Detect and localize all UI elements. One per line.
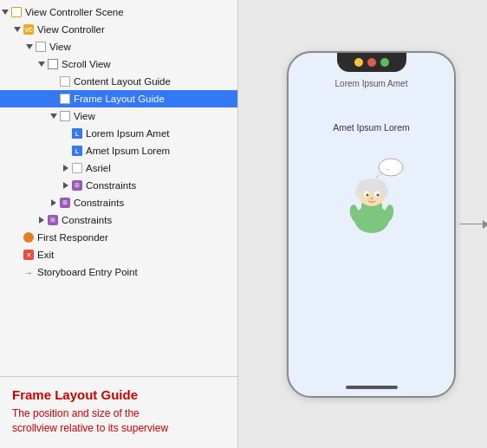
arrow-line [460, 224, 483, 225]
svg-text:...: ... [386, 166, 390, 171]
info-description: The position and size of thescrollview r… [12, 406, 225, 436]
tree-label-storyboard: Storyboard Entry Point [37, 267, 138, 277]
traffic-light-green[interactable] [380, 58, 389, 67]
tree-label-scroll-view: Scroll View [62, 59, 111, 69]
constraints-icon-constraints1: ⊞ [71, 179, 83, 192]
right-panel: Lorem Ipsum Amet Amet Ipsum Lorem ... [238, 0, 487, 448]
phone-text-top: Lorem Ipsum Amet [289, 79, 454, 88]
tree-label-vc: View Controller [37, 24, 105, 35]
tree-label-asriel: Asriel [86, 163, 111, 173]
character-svg: ... [337, 157, 406, 239]
tree-item-constraints1[interactable]: ⊞Constraints [0, 177, 237, 194]
constraints-icon-constraints3: ⊞ [47, 214, 59, 226]
phone-container: Lorem Ipsum Amet Amet Ipsum Lorem ... [287, 51, 456, 398]
tree-label-constraints3: Constraints [62, 215, 112, 225]
view-icon-view [35, 41, 47, 53]
arrow-head [483, 220, 487, 229]
constraints-icon-constraints2: ⊞ [59, 197, 71, 209]
tree-label-constraints2: Constraints [74, 198, 124, 208]
tree-label-first-responder: First Responder [37, 232, 108, 243]
disclosure-asriel[interactable] [61, 163, 71, 173]
disclosure-view[interactable] [24, 42, 35, 52]
disclosure-vc[interactable] [12, 24, 23, 35]
responder-icon-first-responder [23, 231, 35, 243]
svg-point-12 [376, 193, 379, 196]
info-title: Frame Layout Guide [12, 387, 225, 402]
tree-item-vc[interactable]: VCView Controller [0, 21, 237, 38]
phone-character: ... [337, 157, 406, 235]
guide-icon-frame-layout [59, 93, 71, 105]
scene-icon-vc-scene [10, 6, 23, 18]
tree-section: View Controller SceneVCView ControllerVi… [0, 0, 237, 376]
tree-label-frame-layout: Frame Layout Guide [74, 94, 165, 104]
disclosure-constraints1[interactable] [61, 180, 71, 191]
tree-item-exit[interactable]: ✕Exit [0, 246, 237, 263]
traffic-light-red[interactable] [367, 58, 376, 67]
tree-label-constraints1: Constraints [86, 180, 136, 191]
arrow-connector [460, 220, 487, 229]
vc-icon-vc: VC [23, 23, 35, 36]
svg-point-13 [370, 198, 373, 199]
guide-icon-content-layout [59, 75, 71, 88]
disclosure-first-responder [12, 232, 23, 243]
disclosure-constraints2[interactable] [49, 198, 59, 208]
svg-point-8 [381, 185, 388, 198]
tree-item-lorem1[interactable]: LLorem Ipsum Amet [0, 125, 237, 142]
disclosure-vc-scene[interactable] [0, 7, 10, 17]
tree-label-exit: Exit [37, 250, 54, 260]
tree-item-storyboard[interactable]: →Storyboard Entry Point [0, 263, 237, 281]
tree-item-content-layout[interactable]: Content Layout Guide [0, 73, 237, 90]
svg-marker-2 [376, 172, 382, 178]
disclosure-lorem1 [61, 128, 71, 139]
disclosure-exit [12, 250, 23, 260]
phone-text-mid: Amet Ipsum Lorem [289, 122, 454, 133]
svg-point-7 [355, 185, 362, 198]
tree-label-vc-scene: View Controller Scene [25, 7, 124, 17]
disclosure-scroll-view[interactable] [36, 59, 47, 69]
tree-item-frame-layout[interactable]: Frame Layout Guide [0, 90, 237, 107]
disclosure-content-layout [49, 76, 59, 87]
tree-label-lorem2: Amet Ipsum Lorem [86, 146, 170, 156]
tree-item-first-responder[interactable]: First Responder [0, 229, 237, 246]
tree-label-view2: View [74, 111, 95, 121]
tree-item-lorem2[interactable]: LAmet Ipsum Lorem [0, 142, 237, 159]
scroll-icon-scroll-view [47, 58, 59, 70]
tree-label-content-layout: Content Layout Guide [74, 76, 171, 87]
view-icon-view2 [59, 110, 71, 122]
tree-item-vc-scene[interactable]: View Controller Scene [0, 3, 237, 21]
tree-item-asriel[interactable]: Asriel [0, 159, 237, 177]
tree-label-lorem1: Lorem Ipsum Amet [86, 128, 170, 139]
disclosure-constraints3[interactable] [36, 215, 47, 225]
label-icon-lorem1: L [71, 127, 83, 140]
exit-icon-exit: ✕ [23, 249, 35, 261]
tree-item-view2[interactable]: View [0, 107, 237, 125]
label-icon-lorem2: L [71, 145, 83, 157]
traffic-lights [354, 58, 389, 67]
tree-label-view: View [49, 42, 71, 52]
svg-point-0 [379, 159, 403, 176]
asriel-icon-asriel [71, 162, 83, 174]
tree-item-constraints3[interactable]: ⊞Constraints [0, 211, 237, 229]
phone-home-bar [346, 386, 398, 389]
arrow-icon-storyboard: → [23, 266, 35, 278]
tree-item-constraints2[interactable]: ⊞Constraints [0, 194, 237, 211]
tree-item-scroll-view[interactable]: Scroll View [0, 55, 237, 73]
phone-content: Lorem Ipsum Amet Amet Ipsum Lorem ... [289, 53, 454, 396]
tree-item-view[interactable]: View [0, 38, 237, 55]
disclosure-view2[interactable] [49, 111, 59, 121]
traffic-light-yellow[interactable] [354, 58, 363, 67]
phone-mockup: Lorem Ipsum Amet Amet Ipsum Lorem ... [287, 51, 456, 398]
svg-point-11 [366, 193, 368, 196]
disclosure-frame-layout [49, 94, 59, 104]
left-panel: View Controller SceneVCView ControllerVi… [0, 0, 238, 448]
disclosure-lorem2 [61, 146, 71, 156]
info-panel: Frame Layout Guide The position and size… [0, 376, 237, 448]
